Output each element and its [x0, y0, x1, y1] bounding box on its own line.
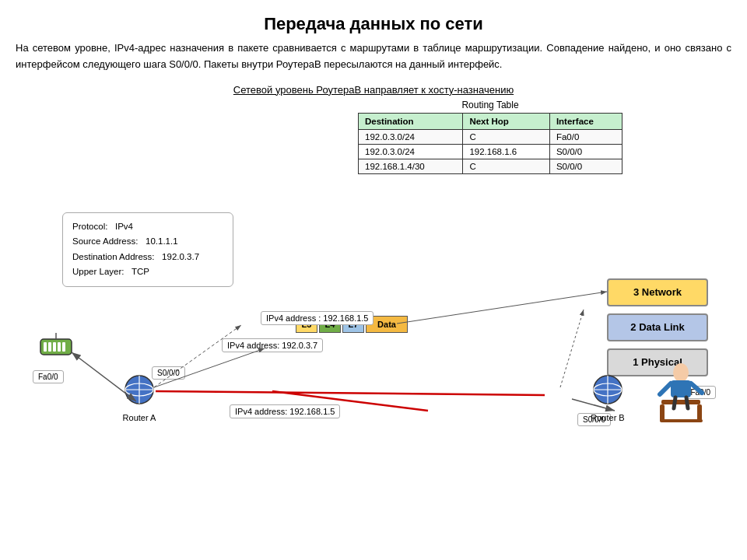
- col-destination: Destination: [359, 113, 463, 129]
- router-a-label: Router A: [121, 413, 158, 422]
- svg-rect-18: [660, 419, 703, 422]
- routing-table-container: Routing Table Destination Next Hop Inter…: [358, 100, 622, 174]
- router-b-icon: [589, 371, 626, 408]
- dest-label: Destination Address:: [72, 252, 154, 261]
- table-cell: 192.168.1.4/30: [359, 159, 463, 173]
- switch-left: [39, 333, 73, 364]
- table-cell: S0/0/0: [549, 144, 622, 159]
- routing-table: Destination Next Hop Interface 192.0.3.0…: [358, 113, 622, 174]
- upper-value: TCP: [132, 267, 149, 276]
- col-nexthop: Next Hop: [463, 113, 549, 129]
- router-a-icon: [121, 371, 158, 408]
- table-row: 192.168.1.4/30CS0/0/0: [359, 159, 622, 173]
- protocol-row: Protocol: IPv4: [72, 219, 223, 235]
- upper-label: Upper Layer:: [72, 267, 124, 276]
- page-title: Передача данных по сети: [0, 0, 747, 40]
- layer-datalink-button[interactable]: 2 Data Link: [607, 313, 708, 341]
- router-b-label: Router B: [589, 413, 626, 422]
- table-row: 192.0.3.0/24CFa0/0: [359, 129, 622, 144]
- svg-rect-20: [671, 380, 691, 397]
- routing-table-title: Routing Table: [358, 100, 622, 110]
- router-a: Router A: [121, 371, 158, 422]
- svg-line-33: [560, 310, 584, 387]
- table-row: 192.0.3.0/24192.168.1.6S0/0/0: [359, 144, 622, 159]
- intro-text: На сетевом уровне, IPv4-адрес назначения…: [0, 40, 747, 81]
- routing-table-body: 192.0.3.0/24CFa0/0192.0.3.0/24192.168.1.…: [359, 129, 622, 173]
- packet-info: Protocol: IPv4 Source Address: 10.1.1.1 …: [62, 212, 233, 287]
- svg-rect-15: [661, 400, 700, 404]
- table-cell: 192.0.3.0/24: [359, 144, 463, 159]
- dest-value: 192.0.3.7: [162, 252, 199, 261]
- table-cell: S0/0/0: [549, 159, 622, 173]
- protocol-label: Protocol:: [72, 222, 107, 231]
- upper-row: Upper Layer: TCP: [72, 264, 223, 280]
- table-cell: C: [463, 159, 549, 173]
- source-label: Source Address:: [72, 236, 138, 246]
- source-value: 10.1.1.1: [146, 236, 178, 246]
- switch-icon: [39, 333, 73, 361]
- ipv4-168-label: IPv4 address : 192.168.1.5: [261, 311, 374, 325]
- svg-rect-13: [62, 342, 65, 352]
- svg-rect-17: [697, 404, 702, 422]
- subtitle: Сетевой уровень РоутераВ направляет к хо…: [233, 84, 514, 96]
- svg-line-34: [397, 292, 607, 324]
- table-cell: C: [463, 129, 549, 144]
- svg-line-23: [674, 397, 675, 408]
- router-b: Router B: [589, 371, 626, 422]
- col-interface: Interface: [549, 113, 622, 129]
- table-cell: 192.0.3.0/24: [359, 129, 463, 144]
- svg-line-28: [156, 391, 545, 395]
- svg-rect-9: [44, 342, 47, 352]
- fa00-left-label: Fa0/0: [33, 370, 64, 383]
- table-cell: 192.168.1.6: [463, 144, 549, 159]
- svg-point-19: [673, 363, 689, 382]
- dest-row: Destination Address: 192.0.3.7: [72, 250, 223, 265]
- table-cell: Fa0/0: [549, 129, 622, 144]
- protocol-value: IPv4: [115, 222, 133, 231]
- svg-rect-16: [660, 404, 665, 422]
- svg-line-24: [686, 397, 688, 408]
- ipv4-router-b-label: IPv4 address: 192.0.3.7: [222, 338, 323, 352]
- person-icon: [654, 357, 708, 427]
- ipv4-168-bottom-label: IPv4 address: 192.168.1.5: [230, 404, 340, 418]
- svg-rect-10: [48, 342, 51, 352]
- svg-line-21: [660, 383, 671, 394]
- svg-line-22: [691, 383, 702, 393]
- svg-rect-12: [58, 342, 61, 352]
- diagram-area: Сетевой уровень РоутераВ направляет к хо…: [0, 84, 747, 473]
- computer-right: [654, 357, 708, 430]
- source-row: Source Address: 10.1.1.1: [72, 234, 223, 250]
- svg-rect-11: [53, 342, 56, 352]
- layer-network-button[interactable]: 3 Network: [607, 278, 708, 306]
